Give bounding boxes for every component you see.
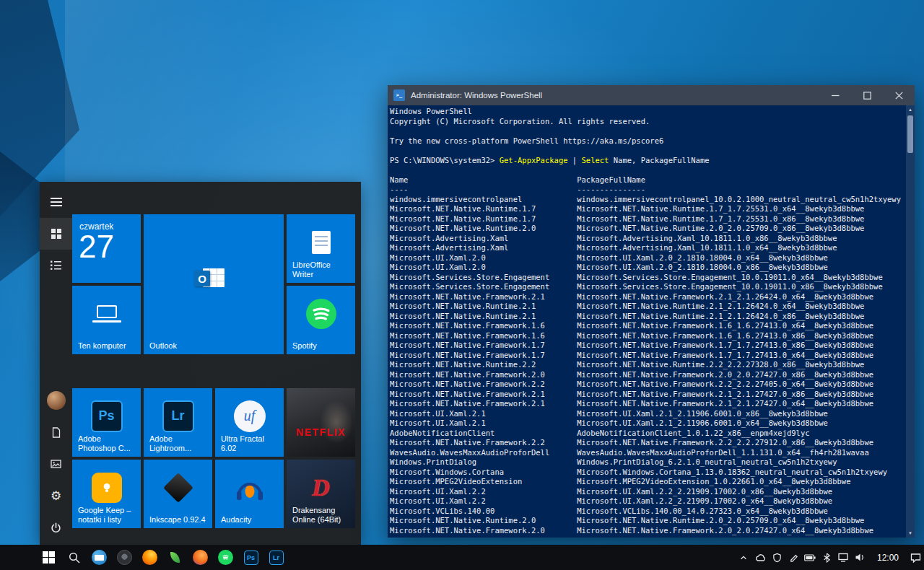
maximize-button[interactable] xyxy=(851,85,883,105)
taskbar-spotify-button[interactable] xyxy=(213,545,238,570)
console-line: Microsoft.NET.Native.Framework.2.0 Micro… xyxy=(390,370,905,380)
tile-photoshop[interactable]: Ps Adobe Photoshop C... xyxy=(72,388,141,457)
powershell-icon: >_ xyxy=(393,89,405,101)
console-line: PS C:\WINDOWS\system32> Get-AppxPackage … xyxy=(390,156,905,166)
powershell-console[interactable]: Windows PowerShellCopyright (C) Microsof… xyxy=(388,105,915,538)
console-line: Microsoft.NET.Native.Framework.2.0 Micro… xyxy=(390,526,905,536)
shield-icon xyxy=(772,553,782,563)
taskbar-camera-button[interactable] xyxy=(112,545,137,570)
firefox-developer-icon xyxy=(193,550,208,565)
start-tiles-area: czwartek 27 O Outlook LibreOffice Writer… xyxy=(72,182,361,545)
hidden-icons-button[interactable] xyxy=(736,545,752,570)
hamburger-menu-button[interactable] xyxy=(40,186,72,218)
taskbar-firefox-button[interactable] xyxy=(137,545,162,570)
pinned-tiles-icon xyxy=(51,229,56,233)
tile-spotify[interactable]: Spotify xyxy=(287,286,355,354)
tile-inkscape[interactable]: Inkscape 0.92.4 xyxy=(144,460,212,528)
search-icon xyxy=(69,552,80,564)
console-line: Microsoft.VCLibs.140.00 Microsoft.VCLibs… xyxy=(390,507,905,517)
search-button[interactable] xyxy=(61,545,87,570)
tile-label: Adobe Photoshop C... xyxy=(78,434,138,453)
console-line: Microsoft.NET.Native.Framework.1.6 Micro… xyxy=(390,331,905,341)
laptop-icon xyxy=(72,286,141,341)
console-line: Microsoft.NET.Native.Runtime.1.7 Microso… xyxy=(390,204,905,214)
console-line xyxy=(390,165,905,175)
minimize-button[interactable] xyxy=(819,85,851,105)
scroll-down-arrow[interactable]: ▼ xyxy=(906,529,915,538)
tile-outlook[interactable]: O Outlook xyxy=(144,214,284,354)
close-button[interactable] xyxy=(883,85,915,105)
chevron-up-icon xyxy=(739,553,748,562)
taskbar-leaf-app-button[interactable] xyxy=(162,545,188,570)
console-line: Microsoft.NET.Native.Runtime.2.2 Microso… xyxy=(390,360,905,370)
all-apps-icon xyxy=(51,260,61,271)
taskbar-mail-button[interactable] xyxy=(87,545,112,570)
power-button[interactable] xyxy=(40,512,72,543)
documents-button[interactable] xyxy=(40,416,72,448)
tile-label: Outlook xyxy=(149,341,281,351)
hamburger-icon xyxy=(51,198,62,206)
pinned-tiles-button[interactable] xyxy=(40,218,72,250)
console-line: Name PackageFullName xyxy=(390,175,905,185)
console-line: Microsoft.NET.Native.Runtime.2.0 Microso… xyxy=(390,224,905,234)
tile-lightroom[interactable]: Lr Adobe Lightroom... xyxy=(144,388,212,457)
scroll-up-arrow[interactable]: ▲ xyxy=(906,105,915,114)
volume-button[interactable] xyxy=(852,545,868,570)
taskbar-photoshop-button[interactable]: Ps xyxy=(238,545,263,570)
tile-label: Spotify xyxy=(292,341,352,351)
tile-google-keep[interactable]: Google Keep – notatki i listy xyxy=(72,460,141,528)
desktop: ⚙ czwartek 27 O Outlook Libre xyxy=(0,0,924,570)
audacity-headphones-icon xyxy=(215,460,284,515)
pen-icon xyxy=(789,553,798,562)
tile-label: Ultra Fractal 6.02 xyxy=(221,434,281,453)
tile-group-1: czwartek 27 O Outlook LibreOffice Writer… xyxy=(72,214,361,354)
console-line: Microsoft.Services.Store.Engagement Micr… xyxy=(390,273,905,283)
spotify-icon xyxy=(287,286,355,341)
start-button[interactable] xyxy=(36,545,61,570)
console-line: Microsoft.MPEG2VideoExtension Microsoft.… xyxy=(390,477,905,487)
console-line xyxy=(390,126,905,136)
pictures-icon xyxy=(51,459,61,469)
bluetooth-button[interactable] xyxy=(819,545,835,570)
powershell-titlebar[interactable]: >_ Administrator: Windows PowerShell xyxy=(388,85,915,105)
scrollbar-thumb[interactable] xyxy=(907,115,913,153)
security-button[interactable] xyxy=(769,545,785,570)
tile-label: Google Keep – notatki i listy xyxy=(78,506,138,525)
console-line: Try the new cross-platform PowerShell ht… xyxy=(390,136,905,146)
battery-button[interactable] xyxy=(802,545,819,570)
console-line: Microsoft.UI.Xaml.2.0 Microsoft.UI.Xaml.… xyxy=(390,263,905,273)
inkscape-diamond-icon xyxy=(144,460,212,515)
console-line: ---- --------------- xyxy=(390,185,905,195)
user-account-button[interactable] xyxy=(40,385,72,416)
user-avatar xyxy=(47,391,66,410)
taskbar-lightroom-button[interactable]: Lr xyxy=(263,545,289,570)
tile-libreoffice-writer[interactable]: LibreOffice Writer xyxy=(287,214,355,283)
tile-label: Ten komputer xyxy=(78,341,138,351)
system-tray: 12:00 xyxy=(736,545,924,570)
tile-audacity[interactable]: Audacity xyxy=(215,460,284,528)
taskbar-firefox-developer-button[interactable] xyxy=(188,545,213,570)
console-line xyxy=(390,146,905,156)
all-apps-button[interactable] xyxy=(40,250,72,281)
network-icon xyxy=(838,553,848,562)
mail-icon xyxy=(92,550,107,565)
tile-group-2: Ps Adobe Photoshop C... Lr Adobe Lightro… xyxy=(72,388,361,528)
action-center-button[interactable] xyxy=(907,545,924,570)
tile-drakensang[interactable]: D Drakensang Online (64Bit) xyxy=(287,460,355,528)
settings-button[interactable]: ⚙ xyxy=(40,480,72,512)
network-button[interactable] xyxy=(835,545,852,570)
tile-netflix[interactable]: NETFLIX xyxy=(287,388,355,457)
pen-settings-button[interactable] xyxy=(785,545,802,570)
tile-calendar[interactable]: czwartek 27 xyxy=(72,214,141,283)
vertical-scrollbar[interactable]: ▲ ▼ xyxy=(906,105,915,538)
taskbar-clock[interactable]: 12:00 xyxy=(868,553,907,563)
onedrive-button[interactable] xyxy=(752,545,769,570)
console-line: Microsoft.NET.Native.Framework.1.7 Micro… xyxy=(390,351,905,361)
pictures-button[interactable] xyxy=(40,448,72,480)
calendar-day-number: 27 xyxy=(79,229,114,265)
tile-ten-komputer[interactable]: Ten komputer xyxy=(72,286,141,354)
console-line: Microsoft.Services.Store.Engagement Micr… xyxy=(390,282,905,292)
tile-ultra-fractal[interactable]: uf Ultra Fractal 6.02 xyxy=(215,388,284,457)
console-line: Microsoft.UI.Xaml.2.1 Microsoft.UI.Xaml.… xyxy=(390,418,905,429)
windows-logo-icon xyxy=(43,551,55,564)
